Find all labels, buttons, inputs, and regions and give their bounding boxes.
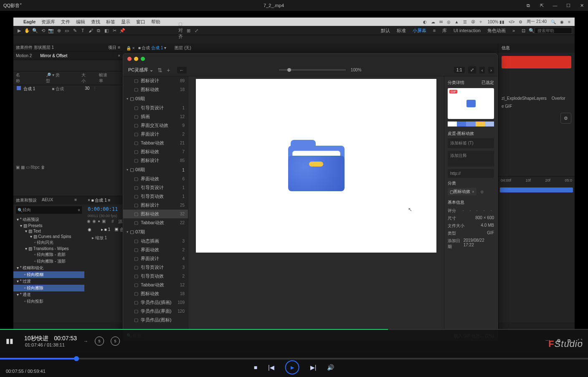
workspace-standard[interactable]: 标准 [397, 28, 406, 34]
wifi-icon[interactable]: ᯤ [479, 20, 484, 24]
motion2-tab[interactable]: Motion 2 [16, 53, 32, 58]
tree-item[interactable]: ▾ ▧ Curves and Spins [13, 234, 84, 239]
project-item-comp[interactable]: 合成 1 ■ 合成 30 ⋮ [13, 85, 123, 93]
tree-item[interactable]: ▾ * 动画预设 [13, 216, 84, 223]
menu-help[interactable]: 帮助 [151, 19, 160, 25]
pip-icon[interactable]: ⧉ [525, 3, 531, 8]
sidebar-item[interactable]: ▢图标动效18 [123, 85, 188, 94]
play-pause-button[interactable]: ▮▮ [6, 337, 13, 345]
viewmode-11[interactable]: 1:1 [454, 67, 465, 73]
swatch[interactable] [448, 121, 457, 127]
workspace-default[interactable]: 默认 [381, 28, 390, 34]
sidebar-item[interactable]: ▢Tabbar动效12 [123, 281, 188, 289]
minimize-icon[interactable]: — [552, 3, 558, 8]
sidebar-item[interactable]: ▢界面设计2 [123, 130, 188, 139]
layer-viewer-tab[interactable]: 图层 (无) [175, 45, 191, 51]
status-icon[interactable]: ◐ [423, 20, 427, 24]
maximize-icon[interactable]: ☐ [565, 3, 571, 8]
fit-icon[interactable]: ⤢ [468, 66, 476, 73]
help-search-input[interactable] [535, 28, 572, 34]
status-icon[interactable]: ⚙ [519, 20, 522, 24]
close-icon[interactable]: ✕ [579, 3, 585, 8]
sidebar-group[interactable]: ▾▢ 08期1 [123, 165, 188, 175]
sidebar-item[interactable]: ▢图标动效32 [123, 210, 188, 218]
menu-find[interactable]: 查找 [91, 19, 100, 25]
minimize-window-icon[interactable] [134, 57, 138, 61]
workspace-overflow-icon[interactable]: » [512, 28, 515, 33]
brush-tool[interactable]: 🖌 [87, 28, 94, 33]
back-button[interactable]: ← [177, 67, 187, 73]
menu-library[interactable]: 资源库 [41, 19, 55, 25]
tree-item[interactable]: ▫ 径向模糊 [13, 271, 84, 278]
layer-bar[interactable] [500, 187, 573, 192]
sidebar-item[interactable]: ▢图标动效18 [123, 289, 188, 298]
workspace-menu[interactable]: ≡ [433, 28, 436, 33]
sidebar-item[interactable]: ▢引导页设计1 [123, 104, 188, 112]
pen-tool[interactable]: ✎ [71, 28, 78, 33]
sidebar-item[interactable]: ▢引导页设计1 [123, 183, 188, 192]
volume-button[interactable]: 🔊 [327, 364, 334, 371]
sidebar-item[interactable]: ▢图标设计85 [123, 156, 188, 165]
prev-icon[interactable]: ‹ [479, 67, 485, 73]
sidebar-item[interactable]: ▢Tabbar动效21 [123, 139, 188, 147]
menu-edit[interactable]: 编辑 [76, 19, 85, 25]
sidebar-group[interactable]: ▾▢ 07期 [123, 227, 188, 237]
notif-icon[interactable]: ≡ [568, 20, 570, 24]
eraser-tool[interactable]: ◧ [103, 28, 110, 33]
next-icon[interactable]: → [84, 339, 88, 344]
add-icon[interactable]: + [167, 67, 170, 73]
sidebar-item[interactable]: ▢引导页设计3 [123, 263, 188, 272]
snap-label[interactable]: ☐ 对齐 [177, 22, 184, 40]
status-icon[interactable]: </> [509, 20, 514, 24]
tool-icon[interactable]: ⤢ [193, 28, 200, 33]
image-preview[interactable] [196, 79, 436, 253]
sidebar-item[interactable]: ▢动态插画3 [123, 237, 188, 245]
selection-tool[interactable]: ▶ [16, 28, 23, 33]
zoom-window-icon[interactable] [141, 57, 145, 61]
siri-icon[interactable]: ◉ [560, 20, 564, 24]
sidebar-item[interactable]: ▢引导页动效2 [123, 272, 188, 281]
roto-tool[interactable]: ✂ [111, 28, 118, 33]
sidebar-item[interactable]: ▢学员作品(图标) [123, 316, 188, 324]
detail-thumbnail[interactable]: GIF [448, 88, 494, 119]
library-dropdown[interactable]: PC灵感库 ⌄ [128, 67, 153, 73]
tree-item[interactable]: ▾ * 通道 [13, 291, 84, 298]
tree-item[interactable]: ▫ 径向擦除 - 顶部 [13, 258, 84, 265]
settings-gear-icon[interactable]: ⚙ [560, 113, 571, 124]
stamp-tool[interactable]: ⧉ [95, 28, 102, 33]
menu-file[interactable]: 文件 [61, 19, 70, 25]
effect-controls-tab[interactable]: 效果控件 形状图层 1 [16, 45, 54, 51]
remove-tag-icon[interactable]: × [472, 190, 474, 194]
close-window-icon[interactable] [127, 57, 132, 61]
seek-bar[interactable] [0, 358, 588, 359]
mirror-offset-tab[interactable]: Mirror & Offset [40, 53, 67, 58]
timeline-comp-tab[interactable]: × ■ 合成 1 ≡ [88, 197, 110, 203]
settings-icon[interactable]: ⇅ [157, 67, 162, 73]
url-input[interactable]: http:// [448, 169, 494, 178]
qq-app-title[interactable]: QQ影音˅ [3, 3, 22, 9]
app-name[interactable]: Eagle [23, 19, 35, 24]
next-icon[interactable]: › [488, 67, 494, 73]
sidebar-item[interactable]: ▢界面设计4 [123, 254, 188, 263]
script-tab[interactable]: zl_ExplodeShapeLayers [502, 96, 547, 101]
selected-tab[interactable]: 已选定 [482, 80, 494, 86]
puppet-tool[interactable]: 📌 [119, 28, 126, 33]
tree-item[interactable]: ▫ 径向擦除 - 底部 [13, 251, 84, 258]
battery-icon[interactable]: 100% ▮▮ [488, 20, 504, 24]
play-button[interactable]: ▶ [285, 360, 299, 374]
swatch[interactable] [466, 121, 475, 127]
orbit-tool[interactable]: ⟲ [40, 28, 46, 33]
camera-tool[interactable]: 📷 [48, 28, 54, 33]
add-tag-input[interactable]: 添加标签 (T) [448, 138, 494, 148]
project-tab[interactable]: 项目 ≡ [108, 45, 120, 51]
workspace-lib[interactable]: 库 [442, 28, 447, 34]
pin-icon[interactable]: ⇱ [539, 3, 545, 8]
tree-item[interactable]: ▾ ▧ Transitions - Wipes [13, 246, 84, 251]
skip-back-5[interactable]: 5 [95, 337, 104, 346]
timeline-ruler[interactable]: 04:00f10f20f05:0 [498, 177, 575, 184]
sidebar-item[interactable]: ▢学员作品(插画)109 [123, 298, 188, 307]
tree-item[interactable]: ▫ 径向闪光 [13, 239, 84, 246]
tree-item[interactable]: ▫ 径向投影 [13, 298, 84, 305]
effects-search-input[interactable]: 🔍 径向× [16, 206, 82, 214]
sidebar-item[interactable]: ▢Tabbar动效22 [123, 218, 188, 227]
